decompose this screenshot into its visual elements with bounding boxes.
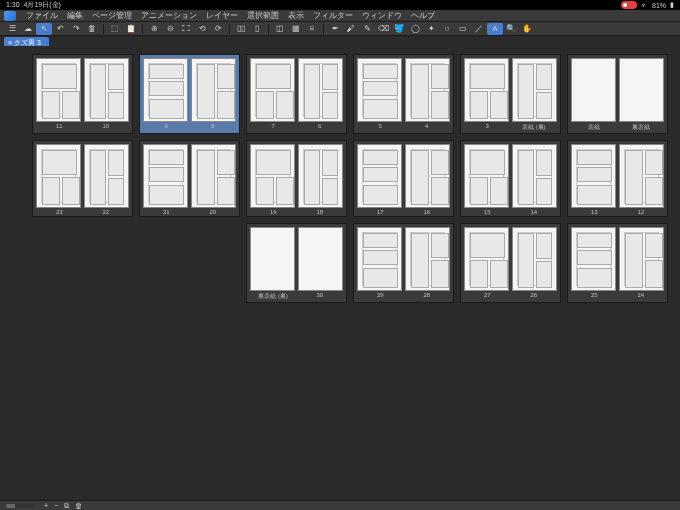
page-23[interactable] bbox=[36, 144, 81, 208]
page-11[interactable] bbox=[36, 58, 81, 122]
page-16[interactable] bbox=[405, 144, 450, 208]
trash-icon[interactable]: 🗑 bbox=[84, 23, 100, 35]
line-icon[interactable]: ／ bbox=[471, 23, 487, 35]
rotate-right-icon[interactable]: ⟳ bbox=[210, 23, 226, 35]
page-5[interactable] bbox=[357, 58, 402, 122]
spread-表紙-裏表紙[interactable]: 表紙裏表紙 bbox=[567, 54, 668, 134]
page-12[interactable] bbox=[619, 144, 664, 208]
zoom-fit-icon[interactable]: ⛶ bbox=[178, 23, 194, 35]
page-3[interactable] bbox=[464, 58, 509, 122]
page-13[interactable] bbox=[571, 144, 616, 208]
page-表紙 (裏)[interactable] bbox=[512, 58, 557, 122]
menu-ページ管理[interactable]: ページ管理 bbox=[89, 10, 135, 21]
page-label: 12 bbox=[618, 209, 665, 215]
page-22[interactable] bbox=[84, 144, 129, 208]
pen-icon[interactable]: ✒ bbox=[327, 23, 343, 35]
page-29[interactable] bbox=[357, 227, 402, 291]
page-9[interactable] bbox=[143, 58, 188, 122]
zoom-out-icon[interactable]: ⊖ bbox=[162, 23, 178, 35]
spread-21-20[interactable]: 2120 bbox=[139, 140, 240, 217]
menu-ウィンドウ[interactable]: ウィンドウ bbox=[359, 10, 405, 21]
grid-icon[interactable]: ▦ bbox=[288, 23, 304, 35]
page-25[interactable] bbox=[571, 227, 616, 291]
page-裏表紙[interactable] bbox=[619, 58, 664, 122]
spread-27-26[interactable]: 2726 bbox=[460, 223, 561, 303]
page-10[interactable] bbox=[84, 58, 129, 122]
menu-icon[interactable]: ☰ bbox=[4, 23, 20, 35]
spread-13-12[interactable]: 1312 bbox=[567, 140, 668, 217]
page-6[interactable] bbox=[298, 58, 343, 122]
menu-ヘルプ[interactable]: ヘルプ bbox=[408, 10, 438, 21]
menu-アニメーション[interactable]: アニメーション bbox=[138, 10, 200, 21]
minus-icon[interactable]: − bbox=[54, 502, 58, 510]
menu-ファイル[interactable]: ファイル bbox=[23, 10, 61, 21]
circle-icon[interactable]: ○ bbox=[439, 23, 455, 35]
zoom-slider[interactable] bbox=[6, 504, 36, 508]
bucket-icon[interactable]: 🪣 bbox=[391, 23, 407, 35]
align-icon[interactable]: ≡ bbox=[304, 23, 320, 35]
rect-icon[interactable]: ▭ bbox=[455, 23, 471, 35]
page-17[interactable] bbox=[357, 144, 402, 208]
page-表紙[interactable] bbox=[571, 58, 616, 122]
document-tab[interactable]: × クズ男 3 bbox=[4, 37, 49, 46]
page-24[interactable] bbox=[619, 227, 664, 291]
brush-icon[interactable]: 🖌 bbox=[343, 23, 359, 35]
spread-29-28[interactable]: 2928 bbox=[353, 223, 454, 303]
menu-フィルター[interactable]: フィルター bbox=[310, 10, 356, 21]
page-label: 19 bbox=[250, 209, 297, 215]
eraser-icon[interactable]: ⌫ bbox=[375, 23, 391, 35]
crop-icon[interactable]: ⬚ bbox=[107, 23, 123, 35]
plus-icon[interactable]: + bbox=[44, 502, 48, 510]
spread-17-16[interactable]: 1716 bbox=[353, 140, 454, 217]
cursor-icon[interactable]: ↖ bbox=[36, 23, 52, 35]
rotate-left-icon[interactable]: ⟲ bbox=[194, 23, 210, 35]
zoom-in-icon[interactable]: ⊕ bbox=[146, 23, 162, 35]
menu-レイヤー[interactable]: レイヤー bbox=[203, 10, 241, 21]
spread-19-18[interactable]: 1918 bbox=[246, 140, 347, 217]
cloud-icon[interactable]: ☁ bbox=[20, 23, 36, 35]
menu-選択範囲[interactable]: 選択範囲 bbox=[244, 10, 282, 21]
spread-9-8[interactable]: 98 bbox=[139, 54, 240, 134]
hand-icon[interactable]: ✋ bbox=[519, 23, 535, 35]
spread-icon[interactable]: ▯▯ bbox=[233, 23, 249, 35]
page-4[interactable] bbox=[405, 58, 450, 122]
duplicate-icon[interactable]: ⧉ bbox=[64, 502, 69, 510]
page-15[interactable] bbox=[464, 144, 509, 208]
page-28[interactable] bbox=[405, 227, 450, 291]
spread-11-10[interactable]: 1110 bbox=[32, 54, 133, 134]
page-裏表紙 (裏)[interactable] bbox=[250, 227, 295, 291]
spread-15-14[interactable]: 1514 bbox=[460, 140, 561, 217]
page-19[interactable] bbox=[250, 144, 295, 208]
page-20[interactable] bbox=[191, 144, 236, 208]
geometry-icon[interactable]: ◫ bbox=[272, 23, 288, 35]
page-14[interactable] bbox=[512, 144, 557, 208]
redo-icon[interactable]: ↷ bbox=[68, 23, 84, 35]
app-logo-icon[interactable] bbox=[4, 11, 16, 21]
page-21[interactable] bbox=[143, 144, 188, 208]
page-18[interactable] bbox=[298, 144, 343, 208]
single-icon[interactable]: ▯ bbox=[249, 23, 265, 35]
zoom-icon[interactable]: 🔍 bbox=[503, 23, 519, 35]
spread-3-表紙 (裏)[interactable]: 3表紙 (裏) bbox=[460, 54, 561, 134]
clipboard-icon[interactable]: 📋 bbox=[123, 23, 139, 35]
spread-5-4[interactable]: 54 bbox=[353, 54, 454, 134]
spread-23-22[interactable]: 2322 bbox=[32, 140, 133, 217]
spread-7-6[interactable]: 76 bbox=[246, 54, 347, 134]
page-8[interactable] bbox=[191, 58, 236, 122]
menu-編集[interactable]: 編集 bbox=[64, 10, 86, 21]
page-27[interactable] bbox=[464, 227, 509, 291]
wand-icon[interactable]: ✦ bbox=[423, 23, 439, 35]
page-26[interactable] bbox=[512, 227, 557, 291]
spread-裏表紙 (裏)-30[interactable]: 裏表紙 (裏)30 bbox=[246, 223, 347, 303]
text-icon[interactable]: A bbox=[487, 23, 503, 35]
pencil-icon[interactable]: ✎ bbox=[359, 23, 375, 35]
menubar: ファイル編集ページ管理アニメーションレイヤー選択範囲表示フィルターウィンドウヘル… bbox=[0, 10, 680, 22]
undo-icon[interactable]: ↶ bbox=[52, 23, 68, 35]
menu-表示[interactable]: 表示 bbox=[285, 10, 307, 21]
spread-25-24[interactable]: 2524 bbox=[567, 223, 668, 303]
trash-icon[interactable]: 🗑 bbox=[75, 502, 82, 510]
page-7[interactable] bbox=[250, 58, 295, 122]
lasso-icon[interactable]: ◯ bbox=[407, 23, 423, 35]
page-30[interactable] bbox=[298, 227, 343, 291]
page-manager-canvas[interactable]: 11109876543表紙 (裏)表紙裏表紙232221201918171615… bbox=[0, 46, 680, 500]
